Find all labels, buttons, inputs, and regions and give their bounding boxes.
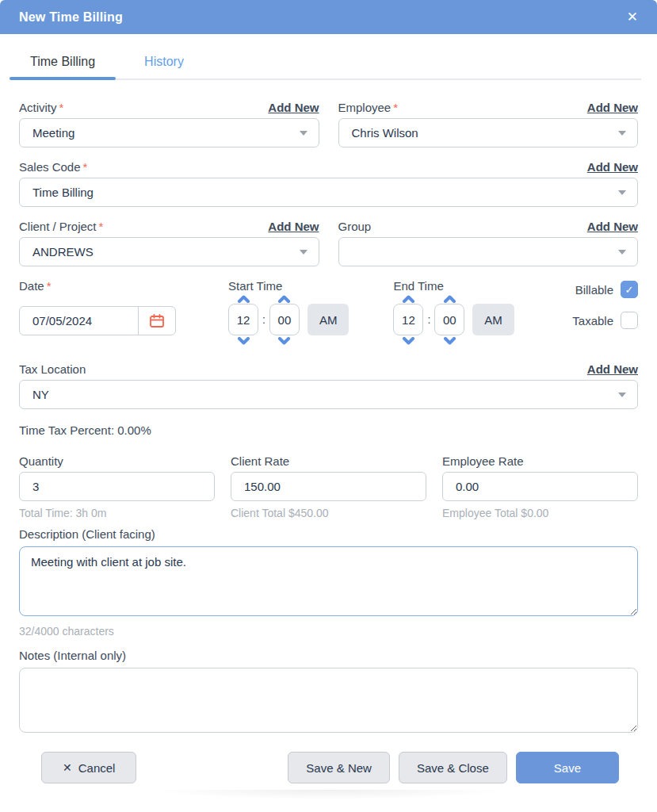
spinner-down-icon[interactable] [443,336,456,345]
employee-select-value: Chris Wilson [352,126,418,140]
activity-select[interactable]: Meeting [19,118,319,147]
spinner-up-icon[interactable] [443,294,456,303]
modal-header: New Time Billing ✕ [0,0,657,34]
employee-rate-input[interactable] [443,480,637,493]
save-and-new-button[interactable]: Save & New [288,752,390,783]
taxable-checkbox[interactable] [621,312,638,329]
time-separator: : [427,313,430,326]
employee-total-helper: Employee Total $0.00 [442,507,638,519]
client-project-select-value: ANDREWS [32,245,94,259]
check-icon: ✓ [625,284,634,296]
quantity-input[interactable] [20,480,214,493]
calendar-icon [148,312,166,330]
form-body: Activity* Add New Meeting Employee* Add … [0,80,657,812]
save-button[interactable]: Save [516,752,619,783]
close-icon[interactable]: ✕ [627,10,638,24]
client-project-label: Client / Project* [19,220,103,233]
group-add-new-link[interactable]: Add New [587,220,638,233]
modal-footer: ✕ Cancel Save & New Save & Close Save [19,736,638,783]
date-label: Date* [19,279,52,293]
group-label: Group [338,220,372,233]
client-rate-label: Client Rate [231,454,289,468]
spinner-down-icon[interactable] [402,336,415,345]
tax-location-select-value: NY [32,388,49,401]
billable-checkbox[interactable]: ✓ [621,281,638,298]
end-meridiem-toggle[interactable]: AM [472,304,514,335]
required-asterisk: * [59,101,64,114]
client-project-select[interactable]: ANDREWS [19,237,319,266]
employee-select[interactable]: Chris Wilson [338,118,639,147]
cancel-x-icon: ✕ [63,761,72,774]
tab-time-billing[interactable]: Time Billing [16,55,109,79]
client-project-add-new-link[interactable]: Add New [268,220,319,233]
billable-label: Billable [575,283,613,297]
end-time-label: End Time [393,279,514,293]
tax-location-add-new-link[interactable]: Add New [587,362,638,376]
notes-textarea[interactable] [19,668,638,733]
cancel-button[interactable]: ✕ Cancel [41,752,136,783]
modal-title: New Time Billing [19,10,123,25]
spinner-up-icon[interactable] [402,294,415,303]
employee-add-new-link[interactable]: Add New [587,101,638,114]
time-tax-percent-text: Time Tax Percent: 0.00% [19,423,638,437]
chevron-down-icon [618,190,626,195]
sales-code-select-value: Time Billing [32,186,94,199]
spinner-up-icon[interactable] [237,294,250,303]
sales-code-add-new-link[interactable]: Add New [587,160,638,174]
sales-code-select[interactable]: Time Billing [19,178,638,207]
spinner-down-icon[interactable] [277,336,291,345]
start-hour-input[interactable]: 12 [228,304,258,335]
client-total-helper: Client Total $450.00 [231,507,426,519]
start-meridiem-toggle[interactable]: AM [307,304,350,335]
required-asterisk: * [393,101,398,114]
required-asterisk: * [99,220,104,233]
date-field [19,306,176,335]
tax-location-select[interactable]: NY [19,380,638,409]
tab-history[interactable]: History [130,55,198,79]
taxable-check-row: Taxable [572,312,638,329]
end-time-group: 12 : 00 AM [393,294,514,345]
group-select[interactable] [338,237,639,266]
notes-label: Notes (Internal only) [19,649,638,662]
description-label: Description (Client facing) [19,527,638,541]
required-asterisk: * [83,160,88,174]
client-rate-input[interactable] [231,480,426,493]
new-time-billing-modal: New Time Billing ✕ Time Billing History … [0,0,657,812]
spinner-up-icon[interactable] [277,294,291,303]
chevron-down-icon [618,131,626,136]
billable-check-row: Billable ✓ [572,281,638,298]
employee-rate-label: Employee Rate [442,454,524,468]
sales-code-label: Sales Code* [19,160,87,174]
required-asterisk: * [47,279,52,293]
spinner-down-icon[interactable] [237,336,250,345]
chevron-down-icon [618,393,626,397]
start-time-label: Start Time [228,279,349,293]
activity-add-new-link[interactable]: Add New [268,101,319,114]
taxable-label: Taxable [572,314,613,327]
tax-location-label: Tax Location [19,362,86,376]
chevron-down-icon [300,250,307,255]
date-input[interactable] [20,307,138,335]
employee-label: Employee* [338,101,399,114]
start-time-group: 12 : 00 AM [228,294,349,345]
calendar-button[interactable] [139,307,175,335]
character-count-helper: 32/4000 characters [19,625,638,638]
end-hour-input[interactable]: 12 [393,304,423,335]
start-minute-input[interactable]: 00 [269,304,300,335]
activity-label: Activity* [19,101,63,114]
quantity-label: Quantity [19,454,63,468]
activity-select-value: Meeting [32,126,74,140]
save-and-close-button[interactable]: Save & Close [399,752,507,783]
description-textarea[interactable]: Meeting with client at job site. [19,546,638,616]
time-separator: : [262,313,265,326]
total-time-helper: Total Time: 3h 0m [19,507,215,519]
chevron-down-icon [300,131,307,136]
modal-drop-shadow [94,790,563,802]
end-minute-input[interactable]: 00 [434,304,464,335]
chevron-down-icon [618,250,626,255]
tab-bar: Time Billing History [16,55,641,80]
